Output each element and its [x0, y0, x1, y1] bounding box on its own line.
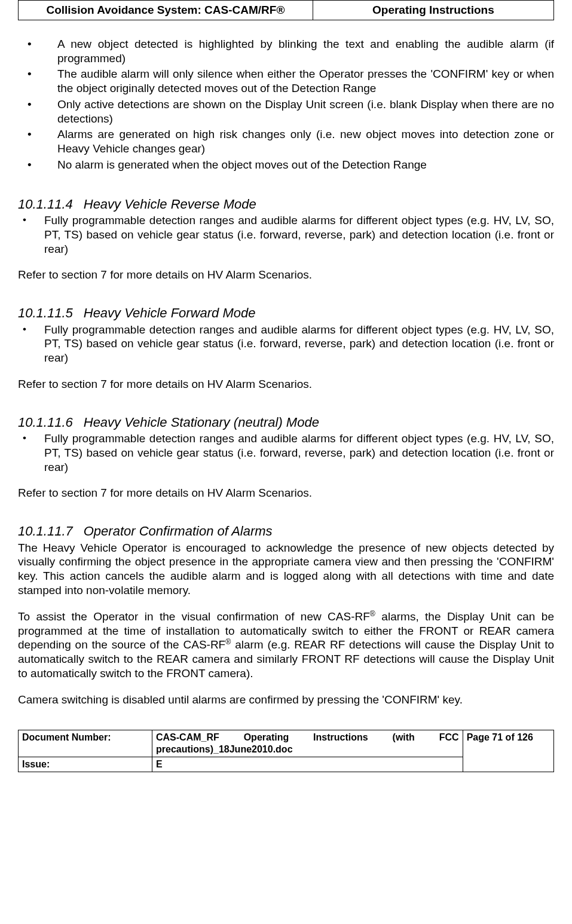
- section-bullet-list: Fully programmable detection ranges and …: [18, 323, 554, 365]
- list-item: Only active detections are shown on the …: [18, 97, 554, 126]
- section-bullet-list: Fully programmable detection ranges and …: [18, 432, 554, 474]
- doc-number-value: CAS-CAM_RF Operating Instructions (with …: [152, 730, 463, 757]
- section-heading: 10.1.11.4Heavy Vehicle Reverse Mode: [18, 196, 554, 213]
- doc-header-table: Collision Avoidance System: CAS-CAM/RF® …: [18, 0, 554, 20]
- refer-text: Refer to section 7 for more details on H…: [18, 486, 554, 500]
- section-title: Heavy Vehicle Forward Mode: [84, 305, 256, 320]
- section-heading: 10.1.11.7Operator Confirmation of Alarms: [18, 523, 554, 540]
- section-operator-confirmation: 10.1.11.7Operator Confirmation of Alarms…: [18, 523, 554, 707]
- section-reverse-mode: 10.1.11.4Heavy Vehicle Reverse Mode Full…: [18, 196, 554, 283]
- paragraph: Camera switching is disabled until alarm…: [18, 693, 554, 707]
- list-item: Fully programmable detection ranges and …: [18, 432, 554, 474]
- registered-mark: ®: [370, 610, 375, 618]
- section-forward-mode: 10.1.11.5Heavy Vehicle Forward Mode Full…: [18, 305, 554, 391]
- section-number: 10.1.11.6: [18, 414, 73, 431]
- issue-value: E: [152, 757, 463, 772]
- section-heading: 10.1.11.5Heavy Vehicle Forward Mode: [18, 305, 554, 322]
- section-bullet-list: Fully programmable detection ranges and …: [18, 213, 554, 256]
- paragraph: The Heavy Vehicle Operator is encouraged…: [18, 541, 554, 598]
- section-number: 10.1.11.4: [18, 196, 73, 213]
- section-number: 10.1.11.5: [18, 305, 73, 322]
- refer-text: Refer to section 7 for more details on H…: [18, 377, 554, 391]
- refer-text: Refer to section 7 for more details on H…: [18, 268, 554, 282]
- doc-footer-table: Document Number: CAS-CAM_RF Operating In…: [18, 730, 554, 772]
- list-item: No alarm is generated when the object mo…: [18, 158, 554, 172]
- issue-label: Issue:: [19, 757, 152, 772]
- section-title: Heavy Vehicle Stationary (neutral) Mode: [84, 415, 319, 430]
- section-heading: 10.1.11.6Heavy Vehicle Stationary (neutr…: [18, 414, 554, 431]
- section-title: Operator Confirmation of Alarms: [84, 524, 273, 539]
- list-item: Fully programmable detection ranges and …: [18, 213, 554, 256]
- paragraph: To assist the Operator in the visual con…: [18, 610, 554, 681]
- header-right: Operating Instructions: [313, 1, 553, 20]
- registered-mark: ®: [225, 638, 231, 646]
- list-item: Alarms are generated on high risk change…: [18, 127, 554, 156]
- header-left: Collision Avoidance System: CAS-CAM/RF®: [19, 1, 313, 20]
- list-item: The audible alarm will only silence when…: [18, 67, 554, 96]
- page-number: Page 71 of 126: [463, 730, 553, 772]
- section-number: 10.1.11.7: [18, 523, 73, 540]
- section-title: Heavy Vehicle Reverse Mode: [84, 197, 256, 212]
- list-item: Fully programmable detection ranges and …: [18, 323, 554, 365]
- section-stationary-mode: 10.1.11.6Heavy Vehicle Stationary (neutr…: [18, 414, 554, 501]
- doc-number-label: Document Number:: [19, 730, 152, 757]
- intro-bullet-list: A new object detected is highlighted by …: [18, 37, 554, 172]
- list-item: A new object detected is highlighted by …: [18, 37, 554, 66]
